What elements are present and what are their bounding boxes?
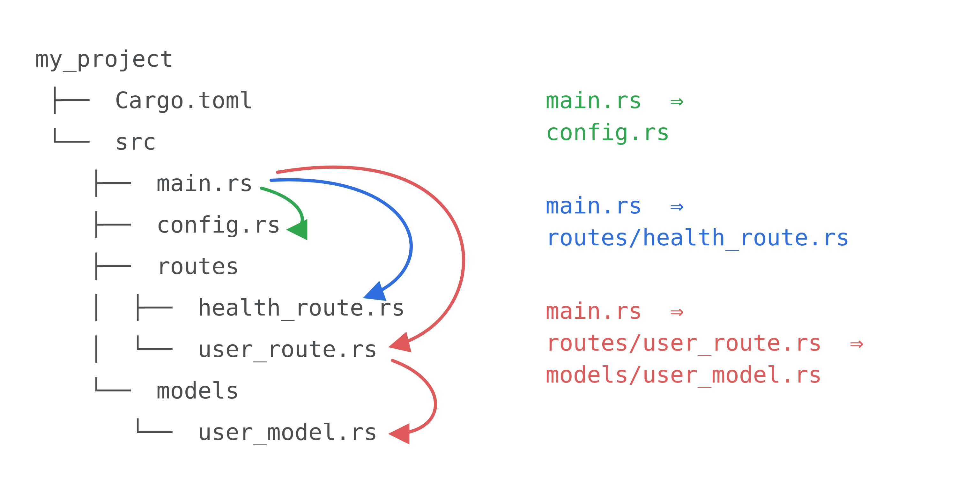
diagram-stage: my_project ├── Cargo.toml └── src ├── ma… <box>0 0 980 490</box>
tree-branch-health: ├── <box>131 296 172 319</box>
legend-green-l1: main.rs ⇒ <box>546 89 684 111</box>
tree-branch-models: └── <box>89 379 131 402</box>
legend-blue-l2: routes/health_route.rs <box>546 226 850 249</box>
tree-branch-cargo: ├── <box>48 89 89 111</box>
tree-branch-userroute: └── <box>131 337 172 361</box>
tree-vbar-2: │ <box>89 337 103 361</box>
arrow-main-to-health <box>271 180 411 297</box>
tree-branch-routes: ├── <box>89 255 131 278</box>
tree-dir-models: models <box>156 379 239 402</box>
legend-blue-l1: main.rs ⇒ <box>546 194 684 217</box>
legend-red-l1: main.rs ⇒ <box>546 299 684 322</box>
legend-red-l3: models/user_model.rs <box>546 363 822 386</box>
tree-file-config: config.rs <box>156 213 281 236</box>
legend-green-l2: config.rs <box>546 121 670 143</box>
tree-file-health: health_route.rs <box>198 296 405 319</box>
tree-file-usermodel: user_model.rs <box>198 420 378 444</box>
tree-vbar-1: │ <box>89 296 103 319</box>
tree-branch-config: ├── <box>89 213 131 236</box>
tree-branch-src: └── <box>48 130 89 153</box>
tree-file-cargo: Cargo.toml <box>115 89 253 111</box>
tree-branch-usermodel: └── <box>131 420 172 444</box>
tree-root: my_project <box>35 47 173 70</box>
tree-file-main: main.rs <box>156 172 253 195</box>
tree-dir-routes: routes <box>156 255 239 278</box>
arrow-userroute-to-usermodel <box>392 361 436 434</box>
tree-file-userroute: user_route.rs <box>198 337 378 361</box>
legend-red-l2: routes/user_route.rs ⇒ <box>546 331 864 354</box>
tree-dir-src: src <box>115 130 156 153</box>
tree-branch-main: ├── <box>89 172 131 195</box>
